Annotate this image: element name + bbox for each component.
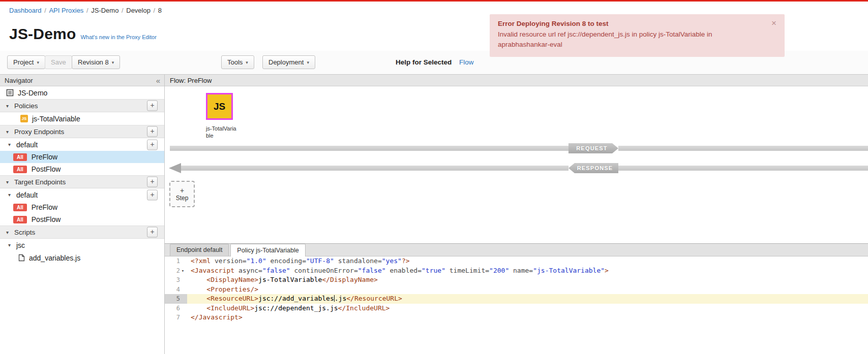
- collapse-sidebar-icon[interactable]: «: [156, 76, 160, 85]
- chevron-down-icon[interactable]: ▾: [8, 192, 13, 198]
- chevron-down-icon[interactable]: ▾: [6, 129, 11, 135]
- code-line-1[interactable]: 1<?xml version="1.0" encoding="UTF-8" st…: [165, 256, 868, 266]
- navigator-section-scripts[interactable]: ▾Scripts+: [0, 226, 164, 239]
- error-toast-title: Error Deploying Revision 8 to test: [498, 20, 775, 27]
- response-flow-badge: RESPONSE: [568, 163, 618, 173]
- navigator-flow-preflow[interactable]: AllPreFlow: [0, 151, 164, 163]
- navigator-flow-preflow[interactable]: AllPreFlow: [0, 201, 164, 213]
- code-line-2[interactable]: 2▾<Javascript async="false" continueOnEr…: [165, 266, 868, 276]
- navigator-group-default[interactable]: ▾default+: [0, 138, 164, 151]
- navigator-section-policies[interactable]: ▾Policies+: [0, 99, 164, 112]
- navigator-policy-js-totalvariable[interactable]: JSjs-TotalVariable: [0, 112, 164, 125]
- flow-help-link[interactable]: Flow: [459, 58, 474, 66]
- item-label: PreFlow: [32, 203, 57, 211]
- chevron-down-icon[interactable]: ▾: [6, 103, 11, 109]
- add-button[interactable]: +: [147, 227, 158, 238]
- js-policy-node[interactable]: JS: [206, 93, 233, 120]
- add-button[interactable]: +: [147, 101, 158, 111]
- file-icon: [18, 254, 25, 262]
- code-line-7[interactable]: 7</Javascript>: [165, 313, 868, 323]
- chevron-down-icon[interactable]: ▾: [6, 230, 11, 235]
- request-flow-badge: REQUEST: [568, 143, 618, 153]
- js-policy-icon: JS: [20, 115, 28, 122]
- add-step-button[interactable]: + Step: [169, 181, 195, 207]
- request-flow-line: [618, 146, 868, 151]
- tools-button[interactable]: Tools▾: [221, 55, 254, 69]
- title-row: JS-Demo What's new in the Proxy Editor: [9, 25, 157, 43]
- chevron-down-icon: ▾: [37, 60, 39, 65]
- tab-policy-js-totalvariable[interactable]: Policy js-TotalVariable: [230, 244, 305, 256]
- item-label: Target Endpoints: [14, 178, 66, 186]
- add-button[interactable]: +: [147, 177, 158, 187]
- condition-badge: All: [13, 216, 27, 223]
- item-label: PostFlow: [32, 215, 61, 223]
- breadcrumb-item-develop: Develop: [126, 7, 151, 14]
- add-button[interactable]: +: [147, 126, 158, 137]
- navigator-panel: Navigator « JS-Demo▾Policies+JSjs-TotalV…: [0, 75, 165, 354]
- navigator-root-js-demo[interactable]: JS-Demo: [0, 86, 164, 99]
- item-label: PreFlow: [32, 153, 57, 161]
- navigator-flow-postflow[interactable]: AllPostFlow: [0, 213, 164, 226]
- top-accent-bar: [0, 0, 868, 2]
- flow-canvas[interactable]: JS js-TotalVariable REQUEST RESPONSE + S…: [165, 86, 868, 244]
- revision-button-label: Revision 8: [78, 58, 109, 66]
- help-for-selected-label: Help for Selected: [396, 58, 452, 66]
- chevron-down-icon[interactable]: ▾: [8, 142, 13, 147]
- deployment-button[interactable]: Deployment▾: [262, 55, 315, 69]
- deployment-button-label: Deployment: [268, 58, 304, 66]
- revision-button[interactable]: Revision 8▾: [72, 55, 120, 69]
- add-button[interactable]: +: [147, 139, 158, 150]
- breadcrumb: Dashboard / API Proxies / JS-Demo / Deve…: [9, 7, 162, 14]
- code-line-3[interactable]: 3 <DisplayName>js-TotalVariable</Display…: [165, 275, 868, 285]
- navigator-flow-postflow[interactable]: AllPostFlow: [0, 163, 164, 175]
- item-label: PostFlow: [32, 165, 61, 173]
- breadcrumb-separator: /: [43, 7, 48, 14]
- tab-endpoint-default[interactable]: Endpoint default: [170, 244, 229, 256]
- chevron-down-icon[interactable]: ▾: [8, 242, 13, 248]
- error-toast-body: Invalid resource url ref jsc://dependent…: [498, 29, 775, 50]
- project-button[interactable]: Project▾: [7, 55, 45, 69]
- code-line-5[interactable]: 5 <ResourceURL>jsc://add_variables.js</R…: [165, 294, 868, 304]
- code-area[interactable]: 1<?xml version="1.0" encoding="UTF-8" st…: [165, 256, 868, 354]
- code-text: <ResourceURL>jsc://add_variables.js</Res…: [187, 294, 868, 304]
- navigator-section-proxy-endpoints[interactable]: ▾Proxy Endpoints+: [0, 125, 164, 138]
- flow-header-label: Flow: PreFlow: [170, 77, 212, 84]
- line-number: 5: [165, 294, 187, 304]
- breadcrumb-item-api-proxies[interactable]: API Proxies: [49, 7, 83, 14]
- line-number: 4: [165, 285, 187, 295]
- line-number: 3: [165, 275, 187, 285]
- tools-button-label: Tools: [227, 58, 243, 66]
- add-step-label: Step: [176, 195, 189, 202]
- breadcrumb-item-dashboard[interactable]: Dashboard: [9, 7, 42, 14]
- breadcrumb-separator: /: [84, 7, 90, 14]
- code-line-6[interactable]: 6 <IncludeURL>jsc://dependent_js.js</Inc…: [165, 304, 868, 313]
- chevron-down-icon[interactable]: ▾: [6, 179, 11, 185]
- line-number: 1: [165, 256, 187, 266]
- navigator-group-default[interactable]: ▾default+: [0, 188, 164, 201]
- response-flow-line: [618, 166, 868, 171]
- flow-header: Flow: PreFlow: [165, 75, 868, 86]
- add-button[interactable]: +: [147, 189, 158, 200]
- navigator-file-add-variables-js[interactable]: add_variables.js: [0, 251, 164, 264]
- code-text: <Properties/>: [187, 285, 868, 295]
- item-label: default: [16, 191, 38, 199]
- breadcrumb-item-8: 8: [158, 7, 162, 14]
- error-toast: × Error Deploying Revision 8 to test Inv…: [490, 14, 785, 57]
- code-line-4[interactable]: 4 <Properties/>: [165, 285, 868, 295]
- item-label: Policies: [14, 102, 38, 110]
- page-title: JS-Demo: [9, 25, 76, 43]
- save-button[interactable]: Save: [45, 55, 72, 69]
- navigator-group-jsc[interactable]: ▾jsc: [0, 239, 164, 251]
- navigator-title: Navigator: [5, 77, 33, 84]
- item-label: jsc: [16, 241, 25, 249]
- whats-new-link[interactable]: What's new in the Proxy Editor: [80, 34, 156, 40]
- main-panel: Flow: PreFlow JS js-TotalVariable REQUES…: [165, 75, 868, 354]
- code-editor-panel: Endpoint defaultPolicy js-TotalVariable …: [165, 243, 868, 354]
- fold-caret-icon[interactable]: ▾: [180, 266, 186, 276]
- line-number: 2▾: [165, 266, 187, 276]
- save-button-label: Save: [51, 58, 66, 66]
- item-label: Scripts: [14, 229, 35, 236]
- breadcrumb-item-js-demo: JS-Demo: [91, 7, 118, 14]
- navigator-section-target-endpoints[interactable]: ▾Target Endpoints+: [0, 175, 164, 188]
- close-icon[interactable]: ×: [771, 19, 776, 27]
